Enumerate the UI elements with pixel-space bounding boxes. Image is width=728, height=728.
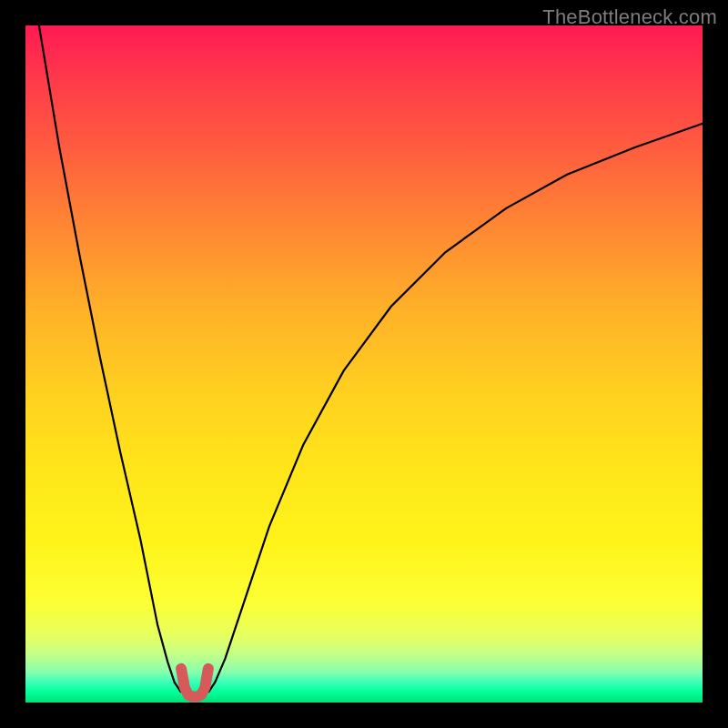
plot-area xyxy=(25,25,703,703)
curve-svg xyxy=(25,25,703,703)
curve-right-branch xyxy=(208,124,703,693)
chart-container: TheBottleneck.com xyxy=(0,0,728,728)
curve-left-branch xyxy=(39,25,181,693)
trough-marker xyxy=(181,669,208,697)
